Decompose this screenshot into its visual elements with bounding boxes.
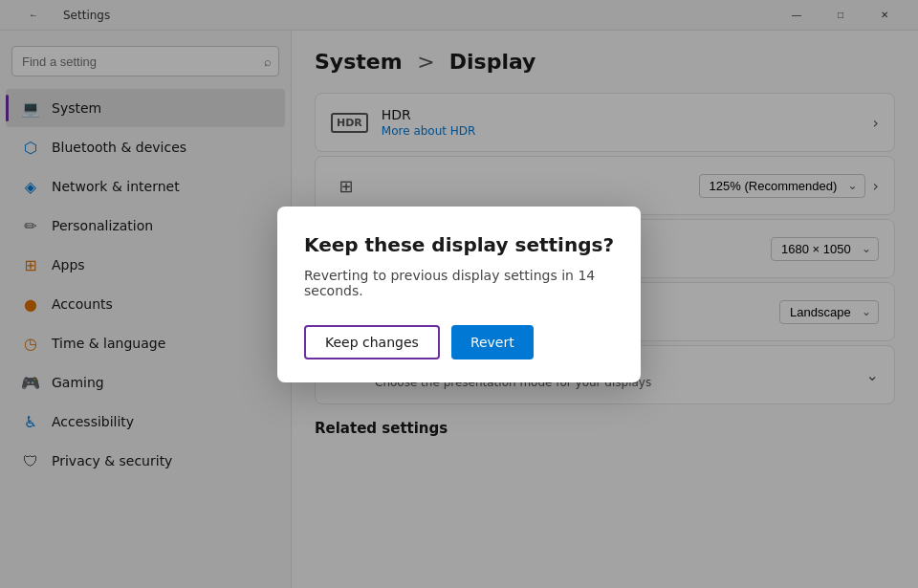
dialog-title: Keep these display settings? xyxy=(304,233,614,256)
dialog-actions: Keep changes Revert xyxy=(304,325,614,359)
dialog-body: Reverting to previous display settings i… xyxy=(304,268,614,298)
overlay: Keep these display settings? Reverting t… xyxy=(0,0,918,588)
revert-button[interactable]: Revert xyxy=(451,325,534,359)
keep-changes-button[interactable]: Keep changes xyxy=(304,325,440,359)
dialog: Keep these display settings? Reverting t… xyxy=(277,207,641,382)
